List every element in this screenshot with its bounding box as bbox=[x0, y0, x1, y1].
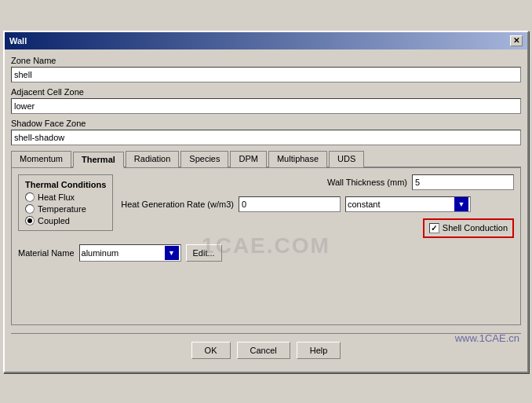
constant-dropdown[interactable]: constant ▼ bbox=[345, 196, 471, 212]
window-body: Zone Name Adjacent Cell Zone Shadow Face… bbox=[5, 49, 527, 372]
wall-dialog: Wall ✕ Zone Name Adjacent Cell Zone Shad… bbox=[3, 31, 529, 373]
tab-species[interactable]: Species bbox=[180, 151, 228, 167]
radio-temperature-circle[interactable] bbox=[25, 204, 35, 214]
radio-heat-flux-circle[interactable] bbox=[25, 192, 35, 202]
tab-radiation[interactable]: Radiation bbox=[126, 151, 179, 167]
zone-name-input[interactable] bbox=[11, 67, 521, 82]
button-row: OK Cancel Help bbox=[11, 333, 521, 365]
thermal-radio-group: Heat Flux Temperature Coupled bbox=[25, 192, 106, 225]
tab-content-thermal: 1CAE.COM Thermal Conditions Heat Flux Te… bbox=[11, 168, 521, 325]
shell-conduction-checkbox[interactable]: ✓ bbox=[429, 223, 439, 233]
close-button[interactable]: ✕ bbox=[510, 35, 523, 46]
material-dropdown-value: aluminum bbox=[82, 248, 119, 258]
adjacent-cell-zone-input[interactable] bbox=[11, 98, 521, 114]
radio-coupled-label: Coupled bbox=[38, 216, 70, 225]
dropdown-arrow-icon[interactable]: ▼ bbox=[454, 197, 468, 211]
zone-name-label: Zone Name bbox=[11, 56, 521, 65]
zone-name-group: Zone Name bbox=[11, 56, 521, 82]
tab-uds[interactable]: UDS bbox=[329, 151, 364, 167]
radio-heat-flux[interactable]: Heat Flux bbox=[25, 192, 106, 202]
heat-gen-input[interactable] bbox=[239, 196, 341, 212]
window-title: Wall bbox=[9, 36, 27, 46]
tab-momentum[interactable]: Momentum bbox=[11, 151, 71, 167]
material-name-label: Material Name bbox=[18, 248, 75, 258]
wall-thickness-label: Wall Thickness (mm) bbox=[327, 178, 407, 187]
tab-bar: Momentum Thermal Radiation Species DPM M… bbox=[11, 150, 521, 168]
thermal-content-row: Thermal Conditions Heat Flux Temperature bbox=[18, 174, 514, 238]
heat-gen-label: Heat Generation Rate (w/m3) bbox=[121, 200, 234, 209]
tab-thermal[interactable]: Thermal bbox=[73, 152, 124, 168]
constant-dropdown-label: constant bbox=[348, 200, 381, 209]
adjacent-cell-zone-label: Adjacent Cell Zone bbox=[11, 87, 521, 97]
radio-temperature-label: Temperature bbox=[38, 204, 86, 214]
help-button[interactable]: Help bbox=[297, 342, 341, 359]
shadow-face-zone-group: Shadow Face Zone bbox=[11, 119, 521, 145]
right-panel: Wall Thickness (mm) Heat Generation Rate… bbox=[121, 174, 514, 238]
thermal-conditions-title: Thermal Conditions bbox=[25, 180, 106, 189]
shell-conduction-box: ✓ Shell Conduction bbox=[423, 218, 514, 238]
shell-conduction-label: Shell Conduction bbox=[443, 223, 508, 233]
radio-heat-flux-label: Heat Flux bbox=[38, 192, 75, 202]
ok-button[interactable]: OK bbox=[191, 342, 231, 359]
adjacent-cell-zone-group: Adjacent Cell Zone bbox=[11, 87, 521, 114]
cancel-button[interactable]: Cancel bbox=[237, 342, 290, 359]
shadow-face-zone-input[interactable] bbox=[11, 130, 521, 145]
shadow-face-zone-label: Shadow Face Zone bbox=[11, 119, 521, 128]
radio-coupled[interactable]: Coupled bbox=[25, 216, 106, 225]
radio-temperature[interactable]: Temperature bbox=[25, 204, 106, 214]
title-bar: Wall ✕ bbox=[5, 32, 527, 49]
radio-coupled-circle[interactable] bbox=[25, 216, 35, 225]
tab-dpm[interactable]: DPM bbox=[230, 151, 266, 167]
material-dropdown[interactable]: aluminum ▼ bbox=[79, 244, 181, 262]
material-dropdown-arrow-icon[interactable]: ▼ bbox=[165, 246, 179, 260]
thermal-conditions-box: Thermal Conditions Heat Flux Temperature bbox=[18, 174, 113, 231]
tab-multiphase[interactable]: Multiphase bbox=[268, 151, 327, 167]
wall-thickness-input[interactable] bbox=[412, 174, 514, 190]
edit-button[interactable]: Edit... bbox=[186, 244, 222, 262]
material-row: Material Name aluminum ▼ Edit... bbox=[18, 244, 514, 262]
